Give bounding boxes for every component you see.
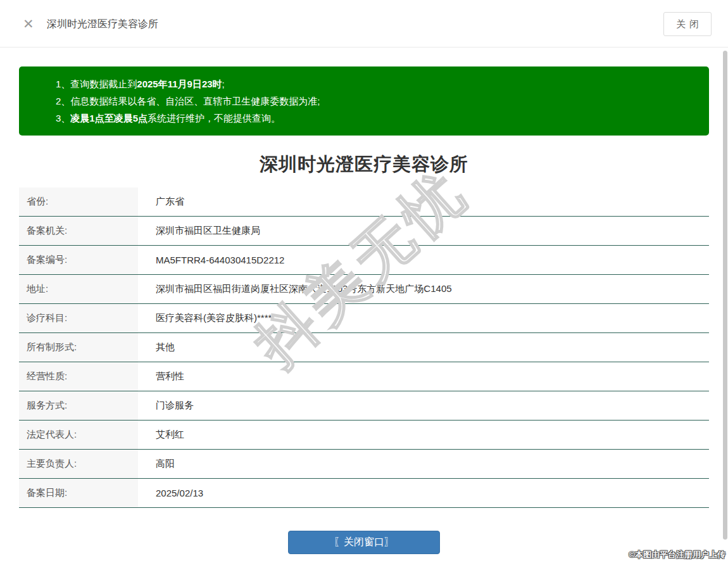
notice-bold-text: 2025年11月9日23时 bbox=[137, 79, 222, 89]
row-value: 艾利红 bbox=[138, 421, 709, 449]
main-content: 1、查询数据截止到2025年11月9日23时; 2、信息数据结果以各省、自治区、… bbox=[0, 66, 728, 554]
table-row: 主要负责人: 高阳 bbox=[19, 450, 709, 479]
header-title: 深圳时光澄医疗美容诊所 bbox=[47, 18, 158, 31]
row-label: 备案日期: bbox=[19, 479, 138, 507]
row-label: 备案机关: bbox=[19, 217, 138, 245]
close-window-button[interactable]: 〖关闭窗口〗 bbox=[288, 531, 440, 554]
notice-text: 2、信息数据结果以各省、自治区、直辖市卫生健康委数据为准; bbox=[56, 96, 320, 106]
row-label: 备案编号: bbox=[19, 246, 138, 274]
row-label: 服务方式: bbox=[19, 391, 138, 420]
row-value: 营利性 bbox=[138, 362, 709, 391]
notice-line: 2、信息数据结果以各省、自治区、直辖市卫生健康委数据为准; bbox=[56, 92, 696, 110]
close-x-icon[interactable]: ✕ bbox=[23, 15, 34, 33]
vertical-scrollbar[interactable] bbox=[723, 51, 727, 540]
row-label: 省份: bbox=[19, 187, 138, 216]
footer-credit-watermark: ©本图由平台注册用户上传 bbox=[629, 549, 725, 560]
notice-text: 3、 bbox=[56, 113, 70, 123]
notice-text: 1、查询数据截止到 bbox=[56, 79, 137, 89]
table-row: 法定代表人: 艾利红 bbox=[19, 421, 709, 450]
row-value: 2025/02/13 bbox=[138, 479, 709, 507]
row-value: 其他 bbox=[138, 333, 709, 362]
row-value: 深圳市福田区卫生健康局 bbox=[138, 217, 709, 245]
table-row: 地址: 深圳市福田区福田街道岗厦社区深南大道1003号东方新天地广场C1405 bbox=[19, 275, 709, 304]
notice-line: 1、查询数据截止到2025年11月9日23时; bbox=[56, 75, 696, 92]
page-title: 深圳时光澄医疗美容诊所 bbox=[19, 152, 709, 177]
notice-bold-text: 凌晨1点至凌晨5点 bbox=[70, 113, 147, 123]
header-bar: ✕ 深圳时光澄医疗美容诊所 关闭 bbox=[0, 0, 728, 47]
notice-text: ; bbox=[222, 79, 225, 89]
row-value: 广东省 bbox=[138, 187, 709, 216]
row-label: 主要负责人: bbox=[19, 450, 138, 478]
record-table: 省份: 广东省 备案机关: 深圳市福田区卫生健康局 备案编号: MA5FTRR4… bbox=[19, 187, 709, 508]
row-value: 高阳 bbox=[138, 450, 709, 478]
table-row: 经营性质: 营利性 bbox=[19, 362, 709, 391]
table-row: 备案日期: 2025/02/13 bbox=[19, 479, 709, 508]
row-value: 医疗美容科(美容皮肤科)****** bbox=[138, 304, 709, 332]
table-row: 诊疗科目: 医疗美容科(美容皮肤科)****** bbox=[19, 304, 709, 333]
table-row: 省份: 广东省 bbox=[19, 187, 709, 217]
notice-text: 系统进行维护，不能提供查询。 bbox=[147, 113, 280, 123]
row-label: 诊疗科目: bbox=[19, 304, 138, 332]
notice-box: 1、查询数据截止到2025年11月9日23时; 2、信息数据结果以各省、自治区、… bbox=[19, 66, 709, 136]
table-row: 备案编号: MA5FTRR4-644030415D2212 bbox=[19, 246, 709, 275]
table-row: 服务方式: 门诊服务 bbox=[19, 391, 709, 421]
row-label: 地址: bbox=[19, 275, 138, 303]
table-row: 备案机关: 深圳市福田区卫生健康局 bbox=[19, 217, 709, 246]
row-label: 经营性质: bbox=[19, 362, 138, 391]
table-row: 所有制形式: 其他 bbox=[19, 333, 709, 362]
notice-line: 3、凌晨1点至凌晨5点系统进行维护，不能提供查询。 bbox=[56, 110, 696, 127]
header-close-button[interactable]: 关闭 bbox=[663, 12, 712, 36]
row-label: 法定代表人: bbox=[19, 421, 138, 449]
button-row: 〖关闭窗口〗 bbox=[19, 531, 709, 554]
row-label: 所有制形式: bbox=[19, 333, 138, 362]
row-value: 深圳市福田区福田街道岗厦社区深南大道1003号东方新天地广场C1405 bbox=[138, 275, 709, 303]
row-value: MA5FTRR4-644030415D2212 bbox=[138, 246, 709, 274]
row-value: 门诊服务 bbox=[138, 391, 709, 420]
